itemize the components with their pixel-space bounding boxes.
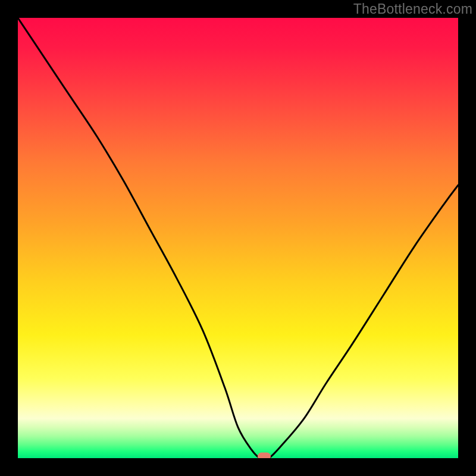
optimal-point-marker [258, 453, 271, 459]
bottleneck-curve [18, 18, 458, 458]
watermark-text: TheBottleneck.com [353, 1, 472, 17]
curve-svg [18, 18, 458, 458]
chart-frame: TheBottleneck.com [0, 0, 476, 476]
plot-area [18, 18, 458, 458]
